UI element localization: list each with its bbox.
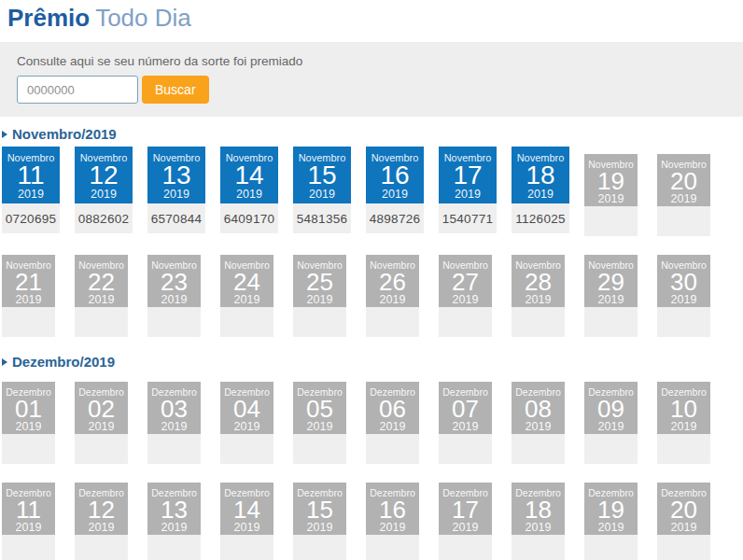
tile-year-label: 2019 — [2, 188, 60, 201]
tile-year-label: 2019 — [439, 188, 497, 201]
day-tile[interactable]: Novembro172019 — [439, 147, 497, 203]
tile-year-label: 2019 — [366, 188, 424, 201]
tile-day-number: 30 — [657, 271, 710, 293]
tile-day-number: 16 — [366, 163, 424, 188]
tile-day-number: 29 — [584, 271, 638, 293]
tile-day-number: 20 — [657, 498, 710, 521]
tile-year-label: 2019 — [512, 420, 565, 433]
day-cell: Novembro1520195481356 — [293, 147, 351, 233]
lucky-number: 0720695 — [2, 203, 60, 233]
day-tile: Dezembro052019 — [293, 382, 346, 434]
lucky-number — [293, 307, 346, 337]
lucky-number: 1540771 — [439, 203, 497, 233]
lucky-number — [439, 434, 492, 464]
day-tile[interactable]: Novembro182019 — [512, 147, 569, 203]
day-tile[interactable]: Novembro122019 — [75, 147, 133, 203]
tile-year-label: 2019 — [584, 192, 638, 205]
day-cell: Dezembro142019 — [220, 475, 278, 560]
tiles-row: Novembro212019Novembro222019Novembro2320… — [2, 247, 743, 337]
tile-year-label: 2019 — [2, 420, 55, 433]
lucky-number — [657, 535, 710, 560]
day-tile[interactable]: Novembro132019 — [147, 147, 205, 203]
day-cell: Novembro1220190882602 — [75, 147, 133, 233]
tile-year-label: 2019 — [147, 420, 201, 433]
tile-year-label: 2019 — [220, 188, 278, 201]
tile-year-label: 2019 — [512, 188, 569, 201]
lucky-number — [75, 307, 128, 337]
day-cell: Dezembro172019 — [439, 475, 497, 560]
tile-day-number: 01 — [2, 398, 55, 420]
day-cell: Novembro202019 — [657, 147, 715, 236]
tile-year-label: 2019 — [75, 188, 133, 201]
tiles-row: Dezembro112019Dezembro122019Dezembro1320… — [2, 475, 743, 560]
lucky-number — [147, 535, 201, 560]
day-cell: Dezembro202019 — [657, 475, 715, 560]
page-title-primary: Prêmio — [7, 4, 90, 32]
lucky-number — [439, 535, 492, 560]
day-tile: Novembro202019 — [657, 154, 710, 206]
tile-year-label: 2019 — [657, 293, 710, 306]
day-tile: Novembro252019 — [293, 255, 346, 307]
tile-day-number: 15 — [293, 498, 346, 521]
lucky-number-input[interactable] — [17, 76, 138, 104]
day-tile[interactable]: Novembro152019 — [293, 147, 351, 203]
day-cell: Dezembro042019 — [220, 374, 278, 464]
lucky-number — [366, 434, 419, 464]
day-cell: Novembro282019 — [512, 247, 569, 337]
lucky-number: 4898726 — [366, 203, 424, 233]
tile-day-number: 11 — [2, 163, 60, 188]
day-tile[interactable]: Novembro142019 — [220, 147, 278, 203]
search-label: Consulte aqui se seu número da sorte foi… — [17, 54, 726, 69]
triangle-icon — [2, 358, 7, 366]
tile-day-number: 15 — [293, 163, 351, 188]
lucky-number — [657, 307, 710, 337]
tile-day-number: 14 — [220, 498, 273, 521]
lucky-number: 6409170 — [220, 203, 278, 233]
day-cell: Novembro212019 — [2, 247, 60, 337]
tile-day-number: 10 — [657, 398, 710, 420]
lucky-number — [75, 535, 128, 560]
day-tile: Dezembro082019 — [512, 382, 565, 434]
day-cell: Novembro1420196409170 — [220, 147, 278, 233]
day-tile[interactable]: Novembro112019 — [2, 147, 60, 203]
day-tile: Dezembro022019 — [75, 382, 128, 434]
lucky-number — [75, 434, 128, 464]
day-tile[interactable]: Novembro162019 — [366, 147, 424, 203]
day-cell: Dezembro102019 — [657, 374, 715, 464]
tile-year-label: 2019 — [584, 293, 638, 306]
section-heading-label: Dezembro/2019 — [12, 354, 115, 371]
premio-todo-dia-page: PrêmioTodo Dia Consulte aqui se seu núme… — [0, 0, 743, 560]
day-cell: Novembro1820191126025 — [512, 147, 569, 233]
lucky-number — [2, 307, 55, 337]
day-tile: Dezembro182019 — [512, 483, 565, 535]
day-tile: Dezembro012019 — [2, 382, 55, 434]
tile-day-number: 14 — [220, 163, 278, 188]
tile-day-number: 05 — [293, 398, 346, 420]
tile-day-number: 16 — [366, 498, 419, 521]
tile-day-number: 02 — [75, 398, 128, 420]
tile-day-number: 07 — [439, 398, 492, 420]
tile-year-label: 2019 — [439, 521, 492, 534]
tile-year-label: 2019 — [220, 420, 273, 433]
buscar-button[interactable]: Buscar — [142, 76, 209, 104]
day-cell: Dezembro162019 — [366, 475, 424, 560]
day-cell: Dezembro092019 — [584, 374, 642, 464]
tile-year-label: 2019 — [293, 188, 351, 201]
day-cell: Novembro1120190720695 — [2, 147, 60, 233]
lucky-number — [220, 434, 273, 464]
tile-year-label: 2019 — [2, 521, 55, 534]
day-cell: Novembro222019 — [75, 247, 133, 337]
day-cell: Dezembro132019 — [147, 475, 205, 560]
tile-year-label: 2019 — [147, 521, 201, 534]
lucky-number — [512, 535, 565, 560]
day-cell: Dezembro072019 — [439, 374, 497, 464]
tile-day-number: 17 — [439, 498, 492, 521]
day-tile: Dezembro132019 — [147, 483, 201, 535]
tile-year-label: 2019 — [220, 293, 273, 306]
tile-year-label: 2019 — [220, 521, 273, 534]
page-title: PrêmioTodo Dia — [7, 5, 743, 31]
day-tile: Dezembro142019 — [220, 483, 273, 535]
day-cell: Dezembro062019 — [366, 374, 424, 464]
lucky-number — [584, 535, 638, 560]
day-tile: Novembro282019 — [512, 255, 565, 307]
